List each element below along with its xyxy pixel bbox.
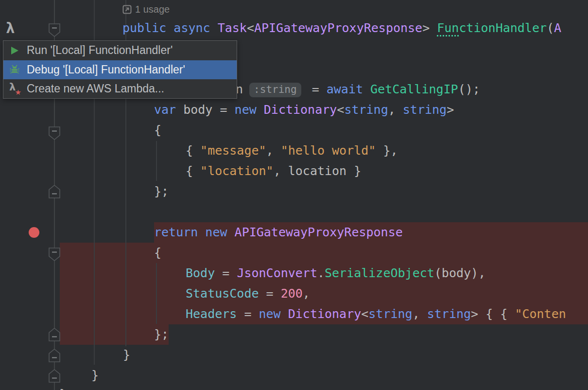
code-token: Dictionary [264, 103, 337, 117]
code-line-6[interactable]: }; [154, 181, 169, 202]
code-token: < [337, 103, 344, 117]
code-token: , [413, 307, 427, 321]
popup-item-run[interactable]: Run '[Local] FunctionHandler' [3, 41, 237, 60]
code-line-9[interactable]: Body = JsonConvert.SerializeObject(body)… [186, 263, 485, 284]
code-line-2[interactable]: var body = new Dictionary<string, string… [154, 100, 454, 120]
code-token: JsonConvert [237, 266, 317, 280]
code-token: await [327, 82, 370, 96]
code-token: public async [122, 21, 218, 35]
code-token: location [288, 164, 346, 178]
code-token: ( [547, 21, 554, 35]
code-token: Fun [437, 21, 459, 36]
code-token: StatusCode [186, 286, 259, 301]
code-token: = [312, 82, 327, 96]
code-token: new [235, 103, 264, 117]
code-line-14[interactable]: } [91, 365, 99, 386]
fold-region-start-icon[interactable] [49, 126, 60, 142]
code-token: new [259, 307, 288, 321]
code-token: , [388, 103, 403, 117]
code-token: > [471, 307, 485, 321]
code-line-7[interactable]: return new APIGatewayProxyResponse [154, 222, 403, 243]
code-token: = [215, 266, 237, 280]
code-token: Dictionary [288, 307, 362, 321]
code-token: Body [186, 266, 215, 280]
code-line-3[interactable]: { [154, 120, 161, 141]
popup-item-label: Run '[Local] FunctionHandler' [27, 44, 173, 57]
code-line-12[interactable]: }; [154, 324, 169, 345]
code-token: } [346, 164, 361, 178]
fold-region-end-icon[interactable] [49, 349, 60, 364]
code-token: { [186, 143, 200, 158]
popup-item-label: Create new AWS Lambda... [27, 82, 164, 95]
breakpoint-statement-highlight [60, 324, 169, 345]
code-token: . [317, 266, 325, 280]
code-token: "message" [200, 143, 266, 158]
code-token: Headers [186, 307, 237, 321]
code-token: { [186, 164, 200, 178]
code-token: string [427, 307, 471, 321]
code-line-11[interactable]: Headers = new Dictionary<string, string>… [186, 304, 566, 324]
code-token: > [447, 103, 454, 117]
usage-hint[interactable]: 1 usage [122, 4, 170, 15]
code-token: = [259, 286, 281, 301]
run-icon [9, 45, 20, 56]
fold-region-start-icon[interactable] [49, 248, 60, 263]
code-line-0[interactable]: public async Task<APIGatewayProxyRespons… [122, 18, 561, 38]
fold-region-end-icon[interactable] [49, 328, 60, 343]
code-line-4[interactable]: { "message", "hello world" }, [186, 141, 398, 161]
code-line-10[interactable]: StatusCode = 200, [186, 284, 310, 304]
code-token: }, [376, 143, 398, 158]
fold-region-start-icon[interactable] [49, 23, 60, 39]
code-token: APIGatewayProxyResponse [235, 225, 403, 239]
inlay-type-hint[interactable]: :string [249, 83, 301, 97]
code-token: , [303, 286, 310, 301]
debug-icon [9, 64, 20, 75]
code-line-15[interactable]: } [59, 384, 67, 390]
code-token: "Conten [515, 307, 566, 321]
fold-region-end-icon[interactable] [49, 185, 60, 200]
code-token: string [344, 103, 388, 117]
code-line-13[interactable]: } [123, 345, 130, 365]
code-token: ( [434, 266, 442, 280]
indent-guide [156, 141, 157, 181]
usages-icon [122, 5, 132, 14]
popup-item-new-lambda[interactable]: λ ★ Create new AWS Lambda... [3, 79, 237, 98]
code-token: > [422, 21, 437, 35]
code-token: A [554, 21, 561, 35]
code-token: }; [154, 184, 169, 198]
code-token: Task [218, 21, 247, 35]
breakpoint-marker[interactable] [29, 227, 39, 238]
code-token: }; [154, 327, 169, 341]
aws-lambda-gutter-icon[interactable]: λ [6, 19, 15, 36]
code-editor[interactable]: λ 1 usage public async Task<APIGatewayPr… [0, 0, 588, 390]
code-token: } [123, 348, 130, 362]
code-line-8[interactable]: { [154, 243, 161, 263]
code-token: (); [458, 82, 480, 96]
code-token: APIGatewayProxyResponse [254, 21, 422, 35]
code-token: { [154, 246, 161, 260]
popup-item-debug[interactable]: Debug '[Local] FunctionHandler' [3, 60, 237, 79]
new-lambda-icon: λ ★ [9, 83, 20, 94]
code-token: } [59, 387, 67, 390]
code-token: ), [471, 266, 485, 280]
run-config-popup: Run '[Local] FunctionHandler' Debug '[Lo… [3, 40, 237, 99]
code-token: "hello world" [281, 143, 376, 158]
code-token: = [220, 103, 234, 117]
code-token: , [266, 143, 281, 158]
code-line-1[interactable]: on:string= await GetCallingIP(); [228, 79, 480, 100]
code-token: , [274, 164, 288, 178]
code-token: string [403, 103, 447, 117]
fold-region-end-icon[interactable] [49, 369, 60, 385]
code-token: return new [154, 225, 235, 239]
code-token: SerializeObject [325, 266, 434, 280]
code-token: string [368, 307, 412, 321]
code-line-5[interactable]: { "location", location } [186, 161, 361, 181]
code-token: var [154, 103, 183, 117]
code-token: GetCallingIP [370, 82, 458, 96]
indent-guide [156, 263, 157, 324]
code-token: { [154, 123, 161, 137]
code-token: body [442, 266, 471, 280]
usage-hint-label: 1 usage [135, 4, 170, 15]
code-token: < [361, 307, 368, 321]
code-token: = [237, 307, 259, 321]
